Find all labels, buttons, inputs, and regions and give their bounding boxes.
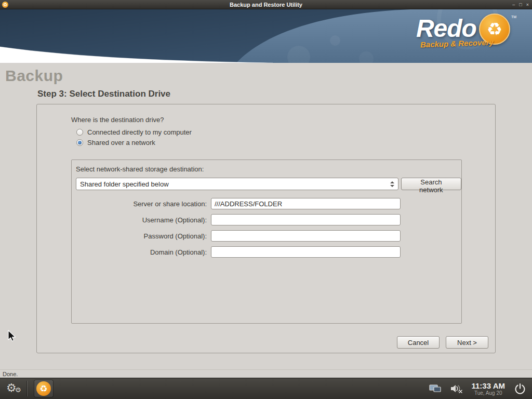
radio-label: Shared over a network xyxy=(87,139,155,147)
page-title: Backup xyxy=(5,67,63,85)
username-input[interactable] xyxy=(211,214,401,225)
display-icon[interactable] xyxy=(429,383,442,394)
clock-date: Tue, Aug 20 xyxy=(474,390,502,396)
cancel-button[interactable]: Cancel xyxy=(397,336,440,349)
power-button[interactable] xyxy=(513,382,527,395)
search-network-button[interactable]: Search network xyxy=(401,178,461,190)
clock-time: 11:33 AM xyxy=(472,381,505,390)
minimize-button[interactable]: – xyxy=(512,0,515,9)
dropdown-stepper-icon[interactable] xyxy=(390,178,394,190)
main-content: Backup Step 3: Select Destination Drive … xyxy=(0,63,532,369)
gear-small-icon: ⚙ xyxy=(15,386,21,394)
password-row: Password (Optional): xyxy=(76,230,401,242)
radio-connected-directly[interactable]: Connected directly to my computer xyxy=(76,128,192,136)
status-text: Done. xyxy=(3,371,18,377)
status-bar: Done. xyxy=(0,369,532,378)
radio-button-unselected-icon[interactable] xyxy=(76,129,83,136)
redo-launcher-icon: ♻ xyxy=(36,381,51,396)
taskbar-separator xyxy=(27,381,28,396)
logo-trademark: TM xyxy=(511,15,516,19)
password-label: Password (Optional): xyxy=(76,232,207,240)
password-input[interactable] xyxy=(211,230,401,242)
username-row: Username (Optional): xyxy=(76,214,401,225)
system-tray: 11:33 AM Tue, Aug 20 xyxy=(429,381,527,396)
settings-gear-icon[interactable]: ⚙ ⚙ xyxy=(5,380,24,397)
network-destination-label: Select network-shared storage destinatio… xyxy=(76,165,204,173)
volume-muted-icon[interactable] xyxy=(450,383,463,394)
radio-shared-network[interactable]: Shared over a network xyxy=(76,139,155,147)
destination-panel: Where is the destination drive? Connecte… xyxy=(36,104,496,353)
titlebar: ♻ Backup and Restore Utility – □ × xyxy=(0,0,532,9)
domain-row: Domain (Optional): xyxy=(76,246,401,258)
header-banner: Redo ♻ TM Backup & Recovery xyxy=(0,9,532,63)
network-settings-panel: Select network-shared storage destinatio… xyxy=(71,159,462,324)
window-controls: – □ × xyxy=(512,0,529,9)
destination-question: Where is the destination drive? xyxy=(71,116,164,124)
taskbar: ⚙ ⚙ ♻ 11:33 AM Tue, Aug 20 xyxy=(0,378,532,399)
maximize-button[interactable]: □ xyxy=(519,0,522,9)
server-location-row: Server or share location: xyxy=(76,198,401,209)
close-button[interactable]: × xyxy=(526,0,529,9)
backup-restore-window: { "window": { "title": "Backup and Resto… xyxy=(0,0,532,399)
clock[interactable]: 11:33 AM Tue, Aug 20 xyxy=(472,381,505,396)
panel-actions: Cancel Next > xyxy=(397,336,488,349)
next-button[interactable]: Next > xyxy=(446,336,488,349)
radio-button-selected-icon[interactable] xyxy=(76,139,83,146)
server-location-input[interactable] xyxy=(211,198,401,209)
domain-input[interactable] xyxy=(211,246,401,258)
server-location-label: Server or share location: xyxy=(76,200,207,208)
destination-dropdown-row: Shared folder specified below Search net… xyxy=(76,178,461,190)
username-label: Username (Optional): xyxy=(76,216,207,224)
destination-dropdown[interactable]: Shared folder specified below xyxy=(76,178,398,190)
dropdown-value: Shared folder specified below xyxy=(80,180,169,188)
radio-label: Connected directly to my computer xyxy=(87,128,192,136)
redo-launcher-button[interactable]: ♻ xyxy=(34,380,54,397)
step-title: Step 3: Select Destination Drive xyxy=(37,89,170,99)
domain-label: Domain (Optional): xyxy=(76,248,207,256)
window-title: Backup and Restore Utility xyxy=(0,2,532,8)
